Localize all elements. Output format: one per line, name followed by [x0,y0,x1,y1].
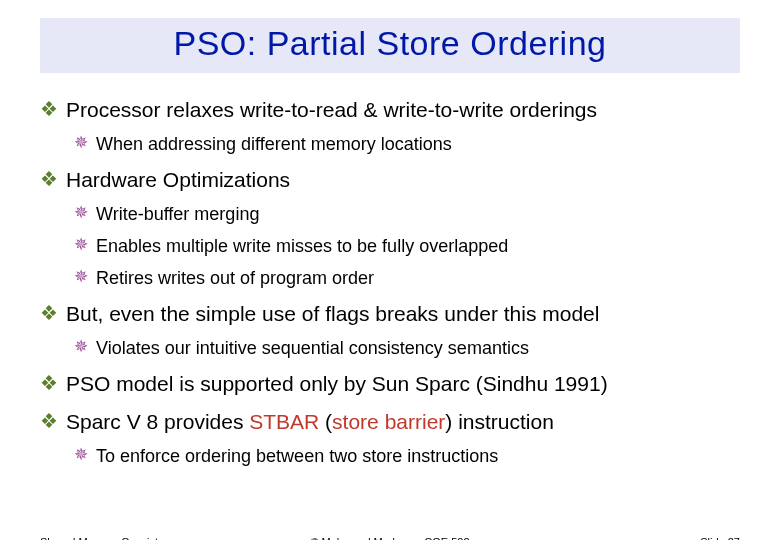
diamond-icon: ❖ [40,97,58,121]
slide-footer: Shared Memory Consistency © Muhamed Muda… [40,536,740,540]
bullet-level1: ❖ But, even the simple use of flags brea… [40,301,740,327]
diamond-icon: ❖ [40,301,58,325]
star-icon: ✵ [74,337,88,357]
slide-title: PSO: Partial Store Ordering [50,24,730,63]
star-icon: ✵ [74,235,88,255]
bullet-text: To enforce ordering between two store in… [96,445,498,467]
bullet-level1: ❖ Processor relaxes write-to-read & writ… [40,97,740,123]
text-fragment: ( [319,410,332,433]
diamond-icon: ❖ [40,409,58,433]
bullet-text: Processor relaxes write-to-read & write-… [66,97,597,123]
highlight-text: STBAR [249,410,319,433]
bullet-text: Enables multiple write misses to be full… [96,235,508,257]
diamond-icon: ❖ [40,167,58,191]
highlight-text: store barrier [332,410,445,433]
bullet-text: Hardware Optimizations [66,167,290,193]
bullet-text: Sparc V 8 provides STBAR (store barrier)… [66,409,554,435]
title-band: PSO: Partial Store Ordering [40,18,740,73]
bullet-level1: ❖ PSO model is supported only by Sun Spa… [40,371,740,397]
bullet-level1: ❖ Sparc V 8 provides STBAR (store barrie… [40,409,740,435]
bullet-level2: ✵ Write-buffer merging [74,203,740,225]
star-icon: ✵ [74,133,88,153]
bullet-text: Write-buffer merging [96,203,259,225]
bullet-text: Violates our intuitive sequential consis… [96,337,529,359]
slide-content: ❖ Processor relaxes write-to-read & writ… [0,73,780,467]
star-icon: ✵ [74,445,88,465]
bullet-level2: ✵ Violates our intuitive sequential cons… [74,337,740,359]
bullet-level1: ❖ Hardware Optimizations [40,167,740,193]
footer-left: Shared Memory Consistency [40,536,273,540]
text-fragment: ) instruction [445,410,554,433]
footer-right: Slide 27 [507,536,740,540]
bullet-level2: ✵ Retires writes out of program order [74,267,740,289]
bullet-level2: ✵ To enforce ordering between two store … [74,445,740,467]
diamond-icon: ❖ [40,371,58,395]
text-fragment: Sparc V 8 provides [66,410,249,433]
star-icon: ✵ [74,203,88,223]
bullet-text: When addressing different memory locatio… [96,133,452,155]
bullet-level2: ✵ Enables multiple write misses to be fu… [74,235,740,257]
bullet-level2: ✵ When addressing different memory locat… [74,133,740,155]
bullet-text: But, even the simple use of flags breaks… [66,301,599,327]
slide: PSO: Partial Store Ordering ❖ Processor … [0,18,780,540]
bullet-text: Retires writes out of program order [96,267,374,289]
star-icon: ✵ [74,267,88,287]
footer-center: © Muhamed Mudawar, COE 502 [273,536,506,540]
bullet-text: PSO model is supported only by Sun Sparc… [66,371,608,397]
